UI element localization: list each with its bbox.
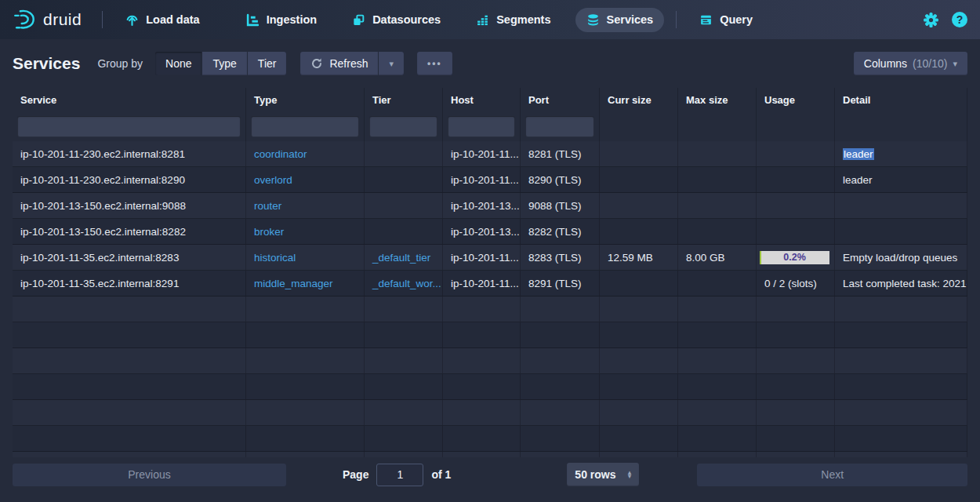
tier-link[interactable]: _default_wor... <box>372 278 441 289</box>
column-header-max-size[interactable]: Max size <box>678 88 757 111</box>
tier-link[interactable]: _default_tier <box>372 252 430 264</box>
max-size-cell: 8.00 GB <box>678 245 757 270</box>
detail-cell <box>835 193 967 218</box>
upload-icon <box>125 13 139 27</box>
nav-item-load-data[interactable]: Load data <box>114 8 210 32</box>
usage-cell <box>757 193 835 218</box>
table-row: ip-10-201-11-35.ec2.internal:8291 middle… <box>13 271 967 296</box>
page-label: Page <box>343 468 368 481</box>
port-filter-input[interactable] <box>525 116 594 137</box>
next-page-button[interactable]: Next <box>697 464 967 486</box>
nav-label: Datasources <box>372 13 441 26</box>
curr-size-cell <box>600 167 678 192</box>
host-cell: ip-10-201-13... <box>443 219 521 244</box>
layers-icon <box>352 13 365 27</box>
curr-size-cell <box>600 141 678 166</box>
host-cell: ip-10-201-13... <box>443 193 521 218</box>
tier-filter-input[interactable] <box>369 116 437 137</box>
type-link[interactable]: router <box>254 200 281 212</box>
column-header-usage[interactable]: Usage <box>757 88 835 111</box>
nav-item-segments[interactable]: Segments <box>465 8 561 32</box>
service-cell: ip-10-201-11-35.ec2.internal:8291 <box>13 271 246 296</box>
settings-gear-icon[interactable] <box>923 12 939 28</box>
nav-item-ingestion[interactable]: Ingestion <box>235 8 328 32</box>
double-caret-icon: ▴▾ <box>628 471 632 478</box>
table-filter-row <box>13 111 967 141</box>
column-header-port[interactable]: Port <box>521 88 600 111</box>
type-link[interactable]: overlord <box>254 174 292 186</box>
port-cell: 8290 (TLS) <box>521 167 600 192</box>
empty-row <box>13 296 967 322</box>
service-cell: ip-10-201-11-230.ec2.internal:8290 <box>13 167 246 192</box>
refresh-interval-caret-button[interactable]: ▾ <box>379 52 404 75</box>
column-header-tier[interactable]: Tier <box>365 88 443 111</box>
port-cell: 8283 (TLS) <box>521 245 600 270</box>
empty-row <box>13 426 967 452</box>
navbar-right: ? <box>923 12 967 28</box>
empty-row <box>13 374 967 400</box>
nav-label: Segments <box>496 13 550 26</box>
services-table: Service Type Tier Host Port Curr size Ma… <box>13 88 967 457</box>
service-cell: ip-10-201-13-150.ec2.internal:8282 <box>13 219 246 244</box>
chevron-down-icon: ▾ <box>953 60 957 68</box>
columns-dropdown-button[interactable]: Columns (10/10) ▾ <box>854 52 967 75</box>
detail-cell: Last completed task: 2021-1 <box>835 271 967 296</box>
stacked-chart-icon <box>476 13 489 27</box>
more-actions-button[interactable]: ••• <box>417 52 452 75</box>
column-header-service[interactable]: Service <box>13 88 246 111</box>
gantt-chart-icon <box>246 13 260 27</box>
pagination-bar: Previous Page of 1 50 rows ▴▾ Next <box>0 463 980 486</box>
max-size-cell <box>678 167 757 192</box>
port-cell: 9088 (TLS) <box>521 193 600 218</box>
refresh-split-button: Refresh ▾ <box>300 52 404 75</box>
group-by-none-button[interactable]: None <box>155 52 201 75</box>
host-filter-input[interactable] <box>448 116 515 137</box>
services-toolbar: Services Group by None Type Tier Refresh… <box>0 39 980 75</box>
host-cell: ip-10-201-11... <box>443 271 521 296</box>
type-link[interactable]: coordinator <box>254 148 307 160</box>
table-row: ip-10-201-13-150.ec2.internal:8282 broke… <box>13 219 967 245</box>
page-number-input[interactable] <box>376 464 423 486</box>
nav-label: Services <box>607 13 654 26</box>
group-by-type-button[interactable]: Type <box>202 52 246 75</box>
max-size-cell <box>678 193 757 218</box>
type-link[interactable]: broker <box>254 226 284 238</box>
group-by-tier-button[interactable]: Tier <box>248 52 287 75</box>
nav-item-services[interactable]: Services <box>575 8 665 32</box>
detail-cell: leader <box>835 141 967 166</box>
type-filter-input[interactable] <box>251 116 359 137</box>
host-cell: ip-10-201-11... <box>443 167 521 192</box>
max-size-cell <box>678 141 757 166</box>
columns-label: Columns <box>864 57 907 70</box>
druid-brand[interactable]: druid <box>13 8 82 31</box>
application-icon <box>699 13 713 27</box>
port-cell: 8281 (TLS) <box>521 141 600 166</box>
column-header-host[interactable]: Host <box>443 88 521 111</box>
database-icon <box>586 13 600 27</box>
nav-item-datasources[interactable]: Datasources <box>341 8 452 32</box>
group-by-label: Group by <box>97 57 143 70</box>
navbar-divider <box>102 11 103 28</box>
previous-page-button[interactable]: Previous <box>13 464 286 486</box>
type-link[interactable]: middle_manager <box>254 278 333 289</box>
column-header-detail[interactable]: Detail <box>835 88 967 111</box>
usage-cell <box>757 219 835 244</box>
service-cell: ip-10-201-11-230.ec2.internal:8281 <box>13 141 246 166</box>
usage-cell: 0.2% <box>757 245 835 270</box>
curr-size-cell <box>600 219 678 244</box>
service-filter-input[interactable] <box>17 116 241 137</box>
druid-logo-icon <box>13 8 36 31</box>
type-link[interactable]: historical <box>254 252 296 264</box>
usage-cell <box>757 167 835 192</box>
curr-size-cell <box>600 193 678 218</box>
nav-item-query[interactable]: Query <box>688 8 764 32</box>
nav-label: Load data <box>146 13 199 26</box>
nav-label: Ingestion <box>267 13 317 26</box>
column-header-type[interactable]: Type <box>246 88 365 111</box>
empty-row <box>13 400 967 426</box>
rows-per-page-select[interactable]: 50 rows ▴▾ <box>567 463 639 486</box>
group-by-button-group: None Type Tier <box>155 52 286 75</box>
refresh-button[interactable]: Refresh <box>300 52 378 75</box>
column-header-curr-size[interactable]: Curr size <box>600 88 678 111</box>
help-icon[interactable]: ? <box>952 12 967 27</box>
